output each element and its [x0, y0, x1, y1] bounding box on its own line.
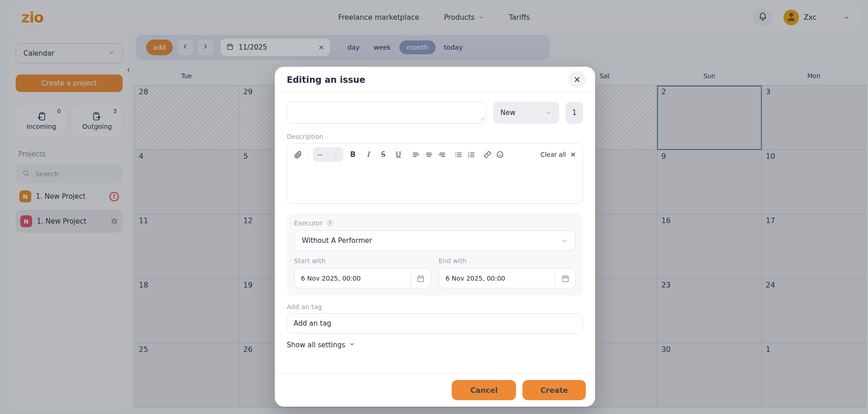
attachment-button[interactable]	[294, 150, 302, 159]
chevron-down-icon	[561, 237, 568, 244]
emoji-icon	[496, 150, 504, 159]
chevron-down-icon	[545, 109, 552, 116]
chevron-down-icon	[333, 152, 339, 157]
show-all-settings-button[interactable]: Show all settings	[287, 341, 355, 349]
calendar-icon[interactable]	[555, 274, 575, 283]
chevron-down-icon	[333, 152, 339, 157]
app-root: zio Freelance marketplaceProductsTariffs…	[0, 0, 868, 414]
strikethrough-button[interactable]: S	[378, 150, 389, 159]
chevron-down-icon	[349, 341, 355, 347]
edit-issue-modal: Editing an issue × New 1 Description	[275, 67, 595, 407]
bold-button[interactable]: B	[347, 150, 358, 159]
emoji-button[interactable]	[496, 150, 504, 159]
end-date-value: 6 Nov 2025, 00:00	[439, 275, 555, 282]
show-all-settings-label: Show all settings	[287, 341, 345, 349]
ordered-list-icon: 123	[467, 150, 476, 159]
chevron-down-icon	[545, 109, 552, 116]
font-size-select[interactable]: --	[313, 147, 343, 162]
bullet-list-button[interactable]	[454, 150, 463, 159]
align-right-button[interactable]	[437, 150, 446, 159]
align-left-icon	[412, 150, 420, 159]
create-button[interactable]: Create	[522, 380, 586, 400]
chevron-down-icon	[349, 341, 355, 349]
svg-text:3: 3	[468, 155, 470, 158]
issue-title-input[interactable]	[287, 102, 487, 124]
description-label: Description	[287, 133, 583, 140]
tag-label: Add an tag	[287, 303, 583, 310]
modal-header: Editing an issue ×	[275, 67, 595, 92]
ordered-list-button[interactable]: 123	[467, 150, 476, 159]
bullet-list-icon	[454, 150, 463, 159]
end-date-input[interactable]: 6 Nov 2025, 00:00	[439, 268, 576, 288]
close-button[interactable]: ×	[568, 71, 586, 88]
modal-title: Editing an issue	[287, 75, 365, 85]
modal-footer: Cancel Create	[275, 373, 595, 407]
modal-body: New 1 Description -- B I S U	[275, 92, 595, 373]
start-date-label: Start with	[294, 257, 431, 264]
start-date-value: 6 Nov 2025, 00:00	[295, 275, 410, 282]
clear-all-button[interactable]: Clear all ×	[540, 151, 576, 158]
link-icon	[483, 150, 492, 159]
align-right-icon	[437, 150, 446, 159]
executor-section: Executor ? Without A Performer Start wit…	[287, 213, 583, 296]
calendar-icon[interactable]	[411, 274, 431, 283]
description-editor: -- B I S U 123 Clear all	[287, 143, 583, 204]
align-center-button[interactable]	[425, 150, 433, 159]
align-center-icon	[425, 150, 433, 159]
issue-counter-badge: 1	[566, 102, 583, 124]
status-value: New	[500, 109, 516, 117]
executor-label: Executor	[294, 219, 323, 227]
divider	[307, 149, 308, 160]
close-icon: ×	[570, 151, 576, 158]
status-select[interactable]: New	[493, 102, 559, 124]
executor-value: Without A Performer	[302, 236, 372, 245]
help-icon[interactable]: ?	[326, 219, 334, 227]
cancel-button[interactable]: Cancel	[452, 380, 516, 400]
chevron-down-icon	[561, 237, 568, 244]
issue-title-field	[287, 102, 487, 126]
align-left-button[interactable]	[412, 150, 420, 159]
end-date-label: End with	[439, 257, 576, 264]
clear-all-label: Clear all	[540, 151, 566, 158]
calendar-icon	[416, 274, 425, 283]
description-input[interactable]	[287, 166, 583, 203]
italic-button[interactable]: I	[363, 150, 374, 159]
tag-input[interactable]	[287, 313, 583, 334]
close-icon: ×	[573, 75, 581, 84]
start-date-input[interactable]: 6 Nov 2025, 00:00	[294, 268, 431, 288]
executor-select[interactable]: Without A Performer	[294, 230, 576, 251]
calendar-icon	[561, 274, 570, 283]
paperclip-icon	[294, 150, 302, 159]
underline-button[interactable]: U	[393, 150, 404, 159]
font-size-value: --	[318, 151, 322, 158]
editor-toolbar: -- B I S U 123 Clear all	[287, 144, 583, 166]
link-button[interactable]	[483, 150, 492, 159]
